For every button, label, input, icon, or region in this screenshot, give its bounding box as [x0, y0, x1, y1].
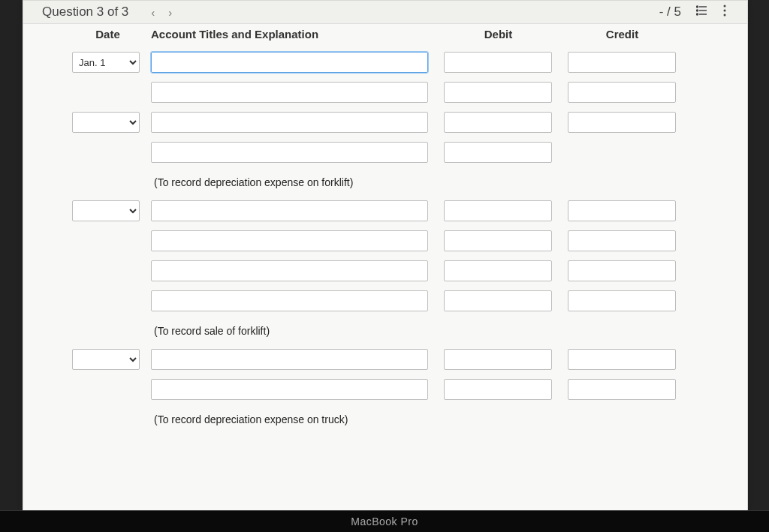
- question-nav: ‹ ›: [151, 6, 172, 19]
- svg-point-7: [724, 10, 726, 12]
- debit-input[interactable]: [444, 52, 552, 73]
- header-account: Account Titles and Explanation: [143, 28, 429, 41]
- explanation-text: (To record depreciation expense on forkl…: [151, 172, 429, 191]
- credit-input[interactable]: [568, 112, 676, 133]
- journal-row: [72, 142, 721, 163]
- svg-point-6: [724, 5, 726, 8]
- credit-input[interactable]: [568, 349, 676, 370]
- debit-input[interactable]: [444, 230, 552, 251]
- journal-row: [72, 290, 721, 311]
- date-select[interactable]: [72, 349, 140, 370]
- account-input[interactable]: [151, 112, 428, 133]
- account-input[interactable]: [151, 52, 428, 73]
- credit-input[interactable]: [568, 290, 676, 311]
- column-headers: Date Account Titles and Explanation Debi…: [72, 23, 721, 44]
- date-select[interactable]: Jan. 1: [72, 52, 140, 73]
- debit-input[interactable]: [444, 142, 552, 163]
- account-input[interactable]: [151, 260, 428, 281]
- credit-input[interactable]: [568, 200, 676, 221]
- account-input[interactable]: [151, 349, 428, 370]
- journal-row: [72, 82, 721, 103]
- explanation-row: (To record sale of forklift): [72, 320, 721, 340]
- journal-row: [72, 230, 721, 251]
- explanation-text: (To record depreciation expense on truck…: [151, 409, 429, 428]
- debit-input[interactable]: [444, 82, 552, 103]
- date-select[interactable]: [72, 112, 140, 133]
- prev-question-button[interactable]: ‹: [151, 6, 155, 19]
- header-credit: Credit: [568, 28, 677, 41]
- debit-input[interactable]: [444, 200, 552, 221]
- account-input[interactable]: [151, 200, 428, 221]
- account-input[interactable]: [151, 82, 428, 103]
- credit-input[interactable]: [568, 82, 676, 103]
- journal-row: [72, 260, 721, 281]
- svg-point-3: [697, 6, 698, 8]
- account-input[interactable]: [151, 142, 428, 163]
- credit-input[interactable]: [568, 260, 676, 281]
- list-icon[interactable]: [696, 5, 708, 20]
- svg-point-4: [697, 10, 698, 11]
- credit-input[interactable]: [568, 379, 676, 400]
- account-input[interactable]: [151, 230, 428, 251]
- assignment-page: Question 3 of 3 ‹ › - / 5 Date Account T…: [23, 0, 748, 512]
- journal-row: Jan. 1: [72, 52, 721, 73]
- date-select[interactable]: [72, 200, 140, 221]
- journal-row: [72, 112, 721, 133]
- debit-input[interactable]: [444, 260, 552, 281]
- score-display: - / 5: [659, 5, 681, 20]
- journal-row: [72, 200, 721, 221]
- account-input[interactable]: [151, 379, 428, 400]
- question-indicator: Question 3 of 3: [42, 5, 128, 20]
- toolbar: Question 3 of 3 ‹ › - / 5: [23, 1, 747, 24]
- journal-row: [72, 349, 721, 370]
- header-date: Date: [72, 28, 143, 41]
- credit-input[interactable]: [568, 52, 676, 73]
- svg-point-5: [697, 14, 698, 15]
- explanation-text: (To record sale of forklift): [151, 320, 429, 340]
- debit-input[interactable]: [444, 349, 552, 370]
- header-debit: Debit: [444, 28, 553, 41]
- explanation-row: (To record depreciation expense on forkl…: [72, 172, 721, 191]
- laptop-bezel-label: MacBook Pro: [0, 510, 769, 532]
- journal-entry-area: Date Account Titles and Explanation Debi…: [23, 23, 747, 511]
- next-question-button[interactable]: ›: [168, 6, 172, 19]
- journal-rows: Jan. 1: [72, 52, 721, 428]
- account-input[interactable]: [151, 290, 428, 311]
- credit-input[interactable]: [568, 230, 676, 251]
- journal-row: [72, 379, 721, 400]
- svg-point-8: [724, 14, 726, 17]
- viewport: Question 3 of 3 ‹ › - / 5 Date Account T…: [0, 0, 769, 532]
- debit-input[interactable]: [444, 379, 552, 400]
- explanation-row: (To record depreciation expense on truck…: [72, 409, 721, 428]
- debit-input[interactable]: [444, 112, 552, 133]
- more-menu-icon[interactable]: [723, 5, 726, 20]
- debit-input[interactable]: [444, 290, 552, 311]
